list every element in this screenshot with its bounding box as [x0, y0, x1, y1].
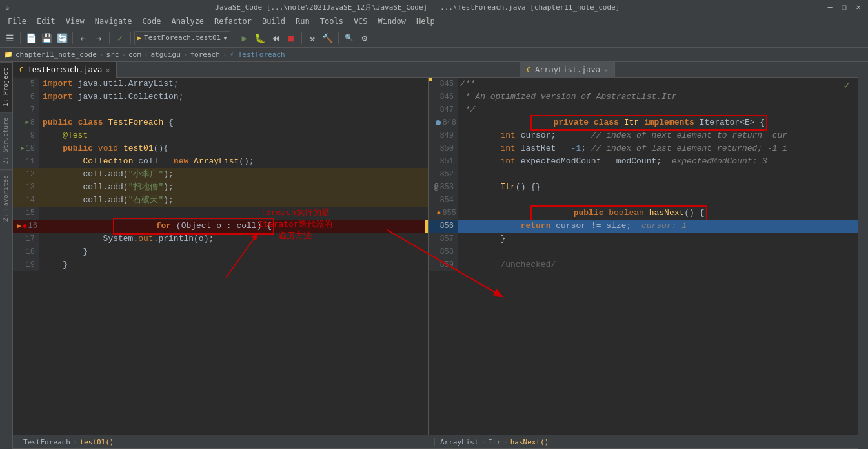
code-line-11: 11 Collection coll = new ArrayList();	[13, 155, 428, 168]
run-config-name: TestForeach.test01	[144, 34, 221, 42]
code-line-12: 12 coll.add("小李广");	[13, 168, 428, 181]
code-line-16: ▶ ● 16 for (Object o : coll) {	[13, 220, 428, 233]
toolbar-sep-5	[234, 32, 234, 44]
nav-foreach[interactable]: foreach	[190, 50, 219, 59]
tab-bar-left: C TestForeach.java ✕ C ArrayList.java ✕	[13, 62, 858, 77]
nav-src[interactable]: src	[106, 50, 119, 59]
menu-run[interactable]: Run	[290, 16, 315, 27]
tab-close-testforeach[interactable]: ✕	[106, 67, 110, 74]
menu-navigate[interactable]: Navigate	[90, 16, 137, 27]
toolbar-run[interactable]: ▶	[237, 31, 252, 45]
tab-label-testforeach: TestForeach.java	[28, 65, 103, 74]
main-content: 1: Project 2: Structure 2: Favorites C T…	[0, 62, 868, 449]
toolbar-sep-4	[130, 32, 131, 44]
navigation-bar: 📁 chapter11_note_code › src › com › atgu…	[0, 48, 868, 62]
tab-label-arraylist: ArrayList.java	[535, 65, 600, 74]
code-line-5: 5 import java.util.ArrayList;	[13, 78, 428, 90]
menu-help[interactable]: Help	[411, 16, 440, 27]
menu-edit[interactable]: Edit	[32, 16, 61, 27]
green-check-indicator: ✓	[843, 79, 850, 91]
right-line-858: 858	[429, 245, 858, 258]
menu-code[interactable]: Code	[137, 16, 167, 27]
close-button[interactable]: ✕	[854, 3, 863, 12]
maximize-button[interactable]: ❐	[840, 3, 849, 12]
bc-test01[interactable]: test01()	[79, 438, 114, 446]
minimize-button[interactable]: —	[825, 3, 834, 12]
vtab-structure[interactable]: 2: Structure	[0, 112, 12, 169]
nav-atguigu[interactable]: atguigu	[150, 50, 180, 59]
right-line-851: 851 int expectedModCount = modCount; exp…	[429, 155, 858, 168]
code-line-13: 13 coll.add("扫地僧");	[13, 181, 428, 194]
editor-left[interactable]: 5 import java.util.ArrayList; 6 import j…	[13, 78, 429, 435]
toolbar: ☰ 📄 💾 🔄 ← → ✓ ▶ TestForeach.test01 ▼ ▶ 🐛…	[0, 28, 868, 48]
vertical-tabs: 1: Project 2: Structure 2: Favorites	[0, 62, 13, 449]
tab-close-arraylist[interactable]: ✕	[604, 67, 608, 74]
tab-arraylist[interactable]: C ArrayList.java ✕	[520, 62, 615, 78]
nav-project[interactable]: chapter11_note_code	[15, 50, 97, 59]
editor-split: 5 import java.util.ArrayList; 6 import j…	[13, 78, 858, 435]
toolbar-stop[interactable]: ■	[284, 31, 298, 45]
breadcrumb-left: TestForeach › test01()	[18, 438, 434, 446]
code-line-9: 9 @Test	[13, 129, 428, 142]
toolbar-sep-7	[338, 32, 339, 44]
menu-analyze[interactable]: Analyze	[167, 16, 210, 27]
nav-testforeach[interactable]: ⚡ TestForeach	[229, 50, 285, 59]
titlebar: ☕ JavaSE_Code [...\note\2021JavaSE_12月\J…	[0, 0, 868, 14]
app-icon: ☕	[5, 3, 10, 12]
menu-tools[interactable]: Tools	[315, 16, 348, 27]
bp-dot-855: ●	[436, 207, 441, 220]
right-line-845: 845 /**	[429, 78, 858, 90]
tab-bar: C TestForeach.java ✕ C ArrayList.java ✕	[13, 62, 858, 78]
menu-vcs[interactable]: VCS	[348, 16, 373, 27]
toolbar-settings[interactable]: ⚙	[358, 31, 372, 45]
yellow-marker	[429, 78, 432, 435]
menubar: File Edit View Navigate Code Analyze Ref…	[0, 14, 868, 28]
bc-hasnext[interactable]: hasNext()	[510, 438, 549, 446]
toolbar-check[interactable]: ✓	[113, 31, 127, 45]
code-line-7: 7	[13, 103, 428, 116]
toolbar-build[interactable]: 🔨	[321, 31, 335, 45]
run-config-selector[interactable]: ▶ TestForeach.test01 ▼	[134, 31, 230, 45]
menu-file[interactable]: File	[3, 16, 32, 27]
bc-itr[interactable]: Itr	[488, 438, 501, 446]
right-line-855: ● 855 public boolean hasNext() {	[429, 207, 858, 220]
toolbar-search[interactable]: 🔍	[342, 31, 356, 45]
toolbar-sync[interactable]: 🔄	[55, 31, 69, 45]
menu-view[interactable]: View	[61, 16, 90, 27]
right-line-846: 846 * An optimized version of AbstractLi…	[429, 90, 858, 103]
right-line-853: @853 Itr() {}	[429, 181, 858, 194]
toolbar-run-coverage[interactable]: ⏮	[268, 31, 283, 45]
right-line-859: 859 /unchecked/	[429, 258, 858, 271]
editor-area: C TestForeach.java ✕ C ArrayList.java ✕	[13, 62, 858, 449]
toolbar-sep-2	[72, 32, 73, 44]
right-line-857: 857 }	[429, 233, 858, 245]
bp-dot-16: ●	[22, 220, 27, 233]
toolbar-menu-icon[interactable]: ☰	[3, 31, 17, 45]
code-line-18: 18 }	[13, 245, 428, 258]
menu-build[interactable]: Build	[257, 16, 290, 27]
toolbar-ant[interactable]: ⚒	[305, 31, 319, 45]
menu-window[interactable]: Window	[373, 16, 411, 27]
toolbar-new[interactable]: 📄	[24, 31, 38, 45]
toolbar-save[interactable]: 💾	[39, 31, 54, 45]
tab-testforeach[interactable]: C TestForeach.java ✕	[13, 62, 117, 78]
run-icon-10: ▶	[21, 142, 24, 155]
window-title: JavaSE_Code [...\note\2021JavaSE_12月\Jav…	[10, 3, 825, 12]
editor-right[interactable]: ✓ 845 /** 846 * An optimized version of …	[429, 78, 858, 435]
right-sidebar	[858, 62, 868, 449]
toolbar-sep-3	[109, 32, 110, 44]
bc-testforeach[interactable]: TestForeach	[23, 438, 70, 446]
code-line-10: ▶10 public void test01(){	[13, 142, 428, 155]
nav-com[interactable]: com	[128, 50, 141, 59]
at-sign-853: @	[434, 181, 438, 194]
breadcrumb-bar: TestForeach › test01() ArrayList › Itr ›…	[13, 435, 858, 449]
bc-arraylist[interactable]: ArrayList	[440, 438, 479, 446]
title-left: ☕	[5, 3, 10, 12]
bp-blue-848	[436, 120, 441, 125]
toolbar-debug[interactable]: 🐛	[253, 31, 267, 45]
vtab-project[interactable]: 1: Project	[0, 62, 12, 112]
vtab-favorites[interactable]: 2: Favorites	[0, 169, 12, 227]
toolbar-back[interactable]: ←	[76, 31, 90, 45]
menu-refactor[interactable]: Refactor	[209, 16, 257, 27]
toolbar-forward[interactable]: →	[92, 31, 106, 45]
